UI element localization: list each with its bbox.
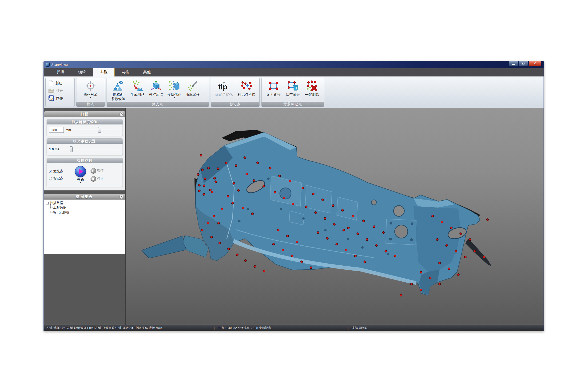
delete-all-icon xyxy=(306,80,318,91)
exposure-value: 1.0 ms xyxy=(49,147,59,151)
data-panel-header: 数据集合 xyxy=(44,194,125,200)
minimize-button[interactable] xyxy=(509,61,518,66)
new-button[interactable]: 新建 xyxy=(47,79,72,87)
radio-laser-point[interactable]: 激光点 xyxy=(49,169,70,174)
resolution-slider[interactable] xyxy=(73,127,120,133)
marker-optimize-button[interactable]: tip 标记点优化 xyxy=(213,79,235,97)
scan-panel-header: 扫描 xyxy=(44,111,125,117)
set-background-icon xyxy=(268,81,279,91)
model-optimize-button[interactable]: 模型优化 ▼ xyxy=(165,79,183,99)
page: ScanViewer ✕ 扫描 编辑 工程 网格 其他 xyxy=(0,0,588,392)
scan-panel-collapse-button[interactable] xyxy=(119,112,124,116)
radio-laser-label: 激光点 xyxy=(53,169,63,174)
exposure-slider[interactable] xyxy=(61,146,120,152)
tree-item-scan-data[interactable]: 扫描数据 xyxy=(46,201,123,205)
ribbon: 新建 打开 xyxy=(44,76,544,108)
status-separator: | xyxy=(348,326,352,330)
stop-button[interactable]: 停止 xyxy=(90,176,104,182)
tree-expander-icon[interactable] xyxy=(46,202,49,204)
target-crosshair-icon xyxy=(85,80,96,91)
operate-object-button[interactable]: 操作对象 ▼ xyxy=(81,79,100,99)
statusbar: 左键-选择 Ctrl+左键-取消选择 Shift+左键-只选当前 中键-旋转 A… xyxy=(44,325,544,331)
model-optimize-icon xyxy=(168,80,180,92)
new-file-icon xyxy=(48,80,54,86)
status-mouse-hints: 左键-选择 Ctrl+左键-取消选择 Shift+左键-只选当前 中键-旋转 A… xyxy=(44,326,214,330)
delete-all-button[interactable]: 一键删除 xyxy=(303,79,321,97)
pause-button[interactable]: 暂停 xyxy=(90,168,104,174)
scan-panel-title: 扫描 xyxy=(80,112,89,116)
exposure-slider-handle[interactable] xyxy=(70,146,73,152)
marker-stitch-button[interactable]: 标记点拼接 xyxy=(236,79,257,97)
ribbon-tab-row: 扫描 编辑 工程 网格 其他 xyxy=(44,68,544,76)
calibrate-origin-button[interactable]: 校准原点 xyxy=(147,79,165,97)
pause-label: 暂停 xyxy=(97,169,104,173)
start-scan-button[interactable] xyxy=(75,166,86,177)
tree-item-project-data[interactable]: 工程数据 xyxy=(49,205,123,210)
viewport-3d[interactable] xyxy=(125,108,544,325)
background-group-label: 背景标记点 xyxy=(262,102,324,106)
generate-mesh-label: 生成网格 xyxy=(130,92,145,97)
tree-item-marker-data[interactable]: 标记点数据 xyxy=(49,210,123,214)
stop-label: 停止 xyxy=(97,177,104,181)
ribbon-group-background: 设为背景 xyxy=(261,78,324,107)
clear-background-button[interactable]: 清空背景 xyxy=(284,79,302,97)
mesh-params-button[interactable]: 网格面 参数设置 xyxy=(108,79,128,102)
tab-other[interactable]: 其他 xyxy=(136,68,158,76)
exposure-groupbox: 曝光参数设置 1.0 ms xyxy=(46,138,123,155)
titlebar: ScanViewer ✕ xyxy=(44,61,544,68)
radio-marker-label: 标记点 xyxy=(53,176,63,180)
status-point-counts: 共有 1340032 个激光点，128 个标记点 xyxy=(218,326,348,330)
exposure-title: 曝光参数设置 xyxy=(47,138,122,144)
marker-optimize-label: 标记点优化 xyxy=(215,92,233,97)
save-button[interactable]: 保存 xyxy=(47,94,72,102)
open-label: 打开 xyxy=(56,88,63,93)
pause-icon xyxy=(90,168,96,174)
app-icon xyxy=(46,63,50,66)
resolution-groupbox: 扫描解析度设置 mm xyxy=(46,119,123,136)
laser-group-label: 激光点 xyxy=(107,102,209,106)
resolution-slider-handle[interactable] xyxy=(98,127,101,133)
ribbon-group-marker: tip 标记点优化 xyxy=(211,78,260,107)
curvature-sample-label: 曲率采样 xyxy=(186,92,200,97)
restore-button[interactable] xyxy=(519,61,528,66)
model-optimize-label: 模型优化 xyxy=(167,92,181,97)
radio-marker-icon[interactable] xyxy=(49,177,52,180)
status-selection: 未选择数据 xyxy=(352,326,544,330)
tab-project[interactable]: 工程 xyxy=(93,68,114,76)
data-tree: 扫描数据 工程数据 标记点数据 xyxy=(44,200,125,254)
scan-control-title: 扫描控制 xyxy=(47,158,122,163)
set-background-button[interactable]: 设为背景 xyxy=(264,79,283,97)
window-title: ScanViewer xyxy=(51,63,69,66)
sidebar-filler xyxy=(44,254,125,325)
radio-laser-icon[interactable] xyxy=(49,170,52,173)
ribbon-group-file: 新建 打开 xyxy=(45,78,74,107)
operate-object-label: 操作对象 xyxy=(83,92,98,97)
save-floppy-icon xyxy=(48,95,54,101)
curvature-sample-icon xyxy=(187,80,198,92)
tab-mesh[interactable]: 网格 xyxy=(114,68,136,76)
start-dropdown-caret[interactable]: ▼ xyxy=(79,182,82,184)
marker-stitch-label: 标记点拼接 xyxy=(238,92,255,97)
mesh-params-label: 网格面 参数设置 xyxy=(111,92,125,101)
mesh-settings-icon xyxy=(112,80,124,92)
svg-text:tip: tip xyxy=(218,82,227,91)
resolution-title: 扫描解析度设置 xyxy=(47,119,122,124)
open-button[interactable]: 打开 xyxy=(47,87,72,94)
resolution-slider-track xyxy=(73,130,119,130)
save-label: 保存 xyxy=(56,96,63,100)
data-panel-collapse-button[interactable] xyxy=(119,194,124,199)
content-area: 扫描 扫描解析度设置 mm xyxy=(44,108,544,325)
tip-logo-icon: tip xyxy=(218,81,230,91)
close-button[interactable]: ✕ xyxy=(529,61,541,66)
curvature-sample-button[interactable]: 曲率采样 xyxy=(183,79,202,97)
tab-scan[interactable]: 扫描 xyxy=(50,68,71,76)
chevron-up-icon xyxy=(120,196,123,198)
tree-child-label: 标记点数据 xyxy=(53,210,70,214)
scan-model-body xyxy=(142,132,480,295)
play-icon xyxy=(79,169,83,174)
radio-marker-point[interactable]: 标记点 xyxy=(49,176,70,180)
tab-edit[interactable]: 编辑 xyxy=(71,68,93,76)
generate-mesh-button[interactable]: 生成网格 xyxy=(128,79,147,97)
clear-background-icon xyxy=(287,80,299,91)
resolution-input[interactable] xyxy=(49,127,64,133)
